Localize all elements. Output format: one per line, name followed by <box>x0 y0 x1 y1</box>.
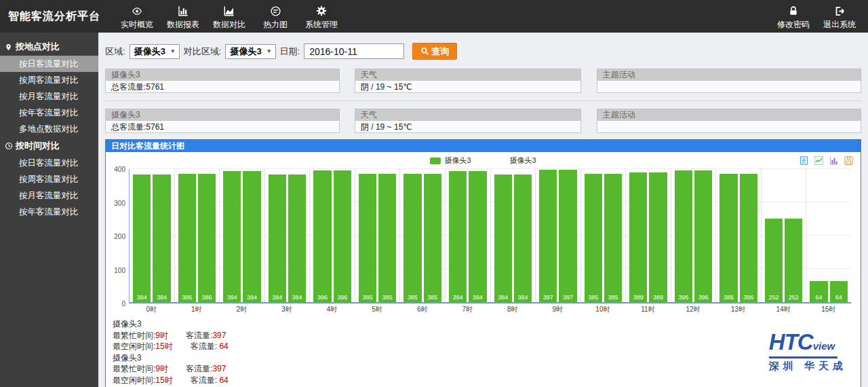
bar-group: 396396 <box>310 169 355 302</box>
sidebar-item[interactable]: 按周客流量对比 <box>0 171 98 187</box>
bar: 385 <box>585 174 602 302</box>
bar-group: 252252 <box>762 169 807 302</box>
bar-value-label: 386 <box>719 294 737 301</box>
sidebar-item[interactable]: 按年客流量对比 <box>0 105 98 121</box>
date-input[interactable] <box>304 43 404 59</box>
x-axis-label: 2时 <box>219 305 264 314</box>
y-axis-tick: 300 <box>114 199 125 206</box>
bar-value-label: 385 <box>359 294 376 301</box>
sidebar-item[interactable]: 多地点数据对比 <box>0 121 98 137</box>
bar: 64 <box>810 281 827 302</box>
x-axis-label: 8时 <box>490 305 536 314</box>
x-axis-label: 4时 <box>309 305 355 314</box>
bar: 385 <box>604 174 622 302</box>
bar: 384 <box>133 174 151 302</box>
chevron-down-icon: ▼ <box>170 48 176 54</box>
filter-bar: 区域: 摄像头3 ▼ 对比区域: 摄像头3 ▼ 日期: 查询 <box>105 43 861 60</box>
sidebar-item[interactable]: 按月客流量对比 <box>0 88 98 105</box>
x-axis-label: 6时 <box>399 305 445 314</box>
weather-title: 天气 <box>355 109 582 120</box>
compare-area-label: 对比区域: <box>184 45 222 58</box>
legend-item-series1[interactable]: 摄像头3 <box>430 155 471 166</box>
nav-item-heatmap[interactable]: 热力图 <box>252 3 298 31</box>
x-axis-label: 7时 <box>445 305 490 314</box>
bar-value-label: 384 <box>153 294 170 301</box>
legend-item-series2[interactable]: 摄像头3 <box>496 155 536 166</box>
bar-value-label: 385 <box>378 294 396 301</box>
bar-value-label: 384 <box>269 294 286 301</box>
x-axis-label: 10时 <box>580 305 626 314</box>
bar: 397 <box>539 170 557 302</box>
bar-chart-switch-icon[interactable] <box>829 155 839 166</box>
activity-info-box: 主题活动 <box>597 69 861 93</box>
nav-label: 数据报表 <box>167 19 199 31</box>
bar-value-label: 252 <box>785 294 802 301</box>
bar: 252 <box>785 219 802 302</box>
info-row: 摄像头3 总客流量:5761 天气 阴 / 19 ~ 15℃ 主题活动 <box>105 69 861 101</box>
htcview-logo: HTCview 深圳 华天成 <box>769 332 850 373</box>
data-view-icon[interactable] <box>799 155 809 166</box>
sidebar-item[interactable]: 按周客流量对比 <box>0 72 98 88</box>
sidebar-item[interactable]: 按日客流量对比 <box>0 155 98 171</box>
main-nav: 实时概览 数据报表 数据对比 热力图 <box>114 3 344 31</box>
sidebar-section-label: 按时间对比 <box>16 140 60 152</box>
area-compare-icon <box>223 5 235 18</box>
bar: 385 <box>424 174 441 302</box>
y-axis-tick: 200 <box>114 233 125 240</box>
logo-subtitle: 深圳 华天成 <box>769 360 847 373</box>
nav-item-change-password[interactable]: 修改密码 <box>770 3 816 31</box>
summary-block: 摄像头3 最繁忙时间:9时客流量:397 最空闲时间:15时客流量: 64 <box>113 352 229 386</box>
y-axis-tick: 0 <box>121 300 125 308</box>
bar-value-label: 64 <box>830 294 848 301</box>
bar-group: 386386 <box>175 169 220 302</box>
bar-group: 385385 <box>581 169 627 302</box>
query-button[interactable]: 查询 <box>412 43 457 60</box>
camera-total-flow: 总客流量:5761 <box>105 120 340 133</box>
area-label: 区域: <box>105 45 125 58</box>
activity-value <box>597 120 861 133</box>
nav-item-logout[interactable]: 退出系统 <box>816 3 863 31</box>
nav-right: 修改密码 退出系统 <box>770 3 868 31</box>
bar: 384 <box>514 174 532 302</box>
area-select[interactable]: 摄像头3 ▼ <box>130 44 180 59</box>
summary-camera-name: 摄像头3 <box>113 318 229 330</box>
bar: 394 <box>469 171 486 302</box>
nav-label: 退出系统 <box>823 19 856 31</box>
summary-busy-line: 最繁忙时间:9时客流量:397 <box>113 363 229 375</box>
line-chart-switch-icon[interactable] <box>814 155 824 166</box>
sidebar-item[interactable]: 按年客流量对比 <box>0 204 98 220</box>
sidebar-item[interactable]: 按月客流量对比 <box>0 187 98 204</box>
bar-value-label: 385 <box>604 294 622 301</box>
bar-group: 384384 <box>265 169 311 302</box>
bar-group: 385385 <box>400 169 446 302</box>
nav-item-realtime-overview[interactable]: 实时概览 <box>114 3 160 31</box>
nav-item-system-manage[interactable]: 系统管理 <box>298 3 344 31</box>
summaries: 摄像头3 最繁忙时间:9时客流量:397 最空闲时间:15时客流量: 64 摄像… <box>113 318 229 386</box>
bar: 386 <box>719 174 737 302</box>
bar: 64 <box>830 281 848 302</box>
query-button-label: 查询 <box>431 45 449 58</box>
bar: 385 <box>359 174 376 302</box>
bar: 385 <box>378 174 396 302</box>
bar: 252 <box>765 219 783 302</box>
bar-value-label: 384 <box>133 294 151 301</box>
bar-group: 389389 <box>626 169 671 302</box>
save-image-icon[interactable] <box>844 155 854 166</box>
chart-toolbox <box>799 155 854 166</box>
bar: 396 <box>675 170 692 302</box>
x-axis-label: 1时 <box>174 305 220 314</box>
nav-item-data-report[interactable]: 数据报表 <box>160 3 206 31</box>
bar-value-label: 385 <box>403 294 421 301</box>
nav-item-data-compare[interactable]: 数据对比 <box>206 3 252 31</box>
nav-label: 热力图 <box>263 19 288 31</box>
camera-info-title: 摄像头3 <box>105 69 340 80</box>
bar: 386 <box>740 174 757 302</box>
bar: 396 <box>694 170 712 302</box>
search-icon <box>420 47 429 56</box>
bar-value-label: 385 <box>424 294 441 301</box>
sidebar-item[interactable]: 按日客流量对比 <box>0 56 98 72</box>
eye-icon <box>130 5 144 18</box>
bar: 386 <box>198 174 216 302</box>
chart-panel-title: 日对比客流量统计图 <box>106 140 861 152</box>
compare-area-select[interactable]: 摄像头3 ▼ <box>225 44 275 59</box>
